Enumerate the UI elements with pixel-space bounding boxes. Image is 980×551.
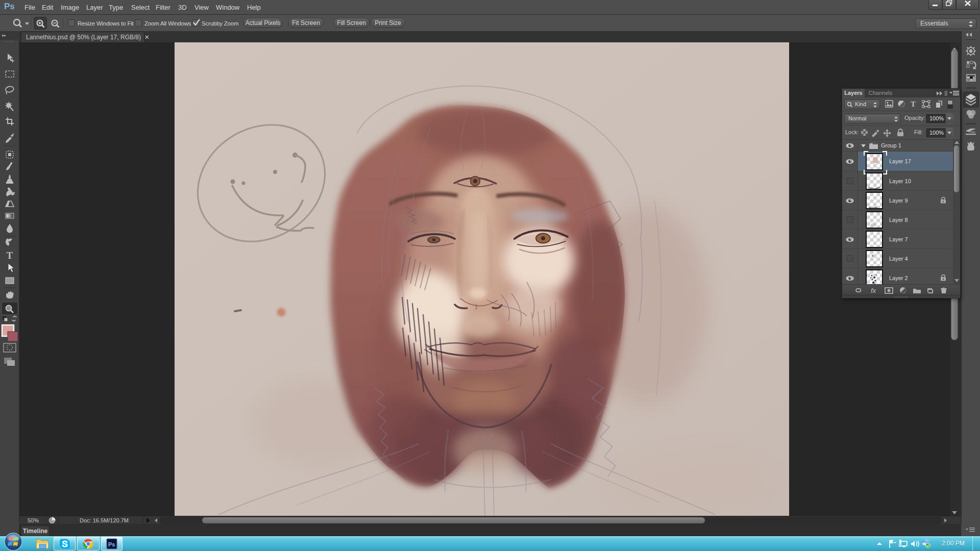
- svg-text:fx: fx: [871, 287, 876, 294]
- svg-text:T: T: [911, 100, 916, 108]
- svg-text:Ps: Ps: [108, 541, 115, 547]
- svg-text:T: T: [7, 250, 13, 261]
